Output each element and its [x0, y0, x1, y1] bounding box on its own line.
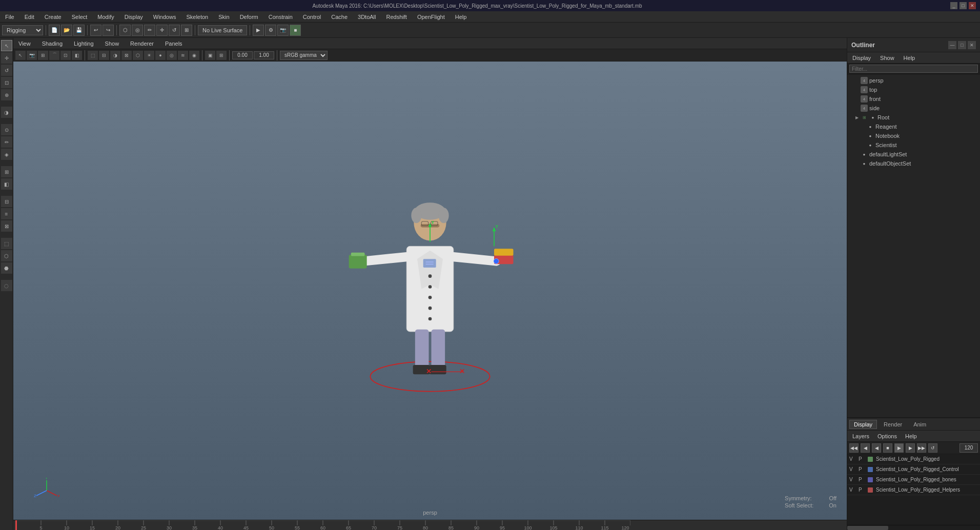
vp-camera-btn[interactable]: 📷: [27, 51, 37, 60]
vp-lighting-btn[interactable]: ☀: [144, 51, 154, 60]
menu-skeleton[interactable]: Skeleton: [184, 13, 210, 21]
move-tool-btn[interactable]: ✛: [1, 52, 12, 64]
viewport-timeline-ruler[interactable]: 5 10 15 20 25 30 35 40 45: [13, 520, 847, 530]
rotate-btn[interactable]: ↺: [169, 25, 180, 36]
outliner-menu-help[interactable]: Help: [902, 54, 917, 62]
tab-anim[interactable]: Anim: [909, 420, 931, 429]
minimize-button[interactable]: _: [950, 2, 957, 9]
layer-nav-prev[interactable]: ◀◀: [849, 443, 859, 453]
layer-menu-options[interactable]: Options: [875, 432, 899, 440]
menu-3dtoall[interactable]: 3DtoAll: [356, 13, 378, 21]
vp-snap-surface-btn[interactable]: ◧: [72, 51, 82, 60]
component-btn[interactable]: ⊠: [1, 220, 12, 232]
outliner-menu-show[interactable]: Show: [878, 54, 896, 62]
outliner-close-btn[interactable]: ✕: [968, 41, 976, 49]
menu-redshift[interactable]: Redshift: [384, 13, 409, 21]
layer-play-fwd[interactable]: ▶: [894, 443, 904, 453]
layer-rnd-3[interactable]: P: [859, 487, 866, 493]
soft-sel-btn[interactable]: ◑: [1, 107, 12, 118]
vp-motion-blur-btn[interactable]: ≋: [178, 51, 188, 60]
vp-snap-curve-btn[interactable]: ⌒: [49, 51, 59, 60]
channels-btn[interactable]: ≡: [1, 208, 12, 219]
mode-dropdown[interactable]: Rigging: [2, 25, 43, 35]
render-btn[interactable]: ▶: [253, 25, 264, 36]
layer-loop[interactable]: ↺: [928, 443, 937, 453]
menu-edit[interactable]: Edit: [23, 13, 36, 21]
menu-help[interactable]: Help: [453, 13, 469, 21]
tree-item-reagent[interactable]: ● Reagent: [847, 122, 980, 131]
sculpt-btn[interactable]: ◈: [1, 149, 12, 160]
menu-skin[interactable]: Skin: [216, 13, 231, 21]
vp-frame-sel-btn[interactable]: ⬚: [88, 51, 98, 60]
tree-item-front[interactable]: 4 front: [847, 94, 980, 104]
undo-button[interactable]: ↩: [90, 25, 101, 36]
layer-rnd-1[interactable]: P: [859, 466, 866, 472]
layer-vp-0[interactable]: V: [849, 456, 856, 462]
render-settings-btn[interactable]: ⚙: [265, 25, 276, 36]
tree-item-defaultlightset[interactable]: ● defaultLightSet: [847, 150, 980, 159]
menu-deform[interactable]: Deform: [238, 13, 260, 21]
vp-grid-btn[interactable]: ⊞: [216, 51, 227, 60]
vp-dof-btn[interactable]: ◉: [189, 51, 199, 60]
scale-tool-btn[interactable]: ⊡: [1, 77, 12, 88]
paint-effects-btn[interactable]: ✏: [1, 136, 12, 148]
tree-item-top[interactable]: 4 top: [847, 85, 980, 94]
tree-item-notebook[interactable]: ● Notebook: [847, 131, 980, 140]
tree-item-side[interactable]: 4 side: [847, 104, 980, 113]
layer-row-2[interactable]: V P Scientist_Low_Poly_Rigged_bones: [847, 475, 980, 485]
menu-windows[interactable]: Windows: [151, 13, 178, 21]
tab-display[interactable]: Display: [849, 420, 877, 429]
show-manip-btn[interactable]: ⊞: [1, 166, 12, 177]
tree-item-persp[interactable]: 4 persp: [847, 76, 980, 85]
set-driven-btn[interactable]: ⊟: [1, 196, 12, 207]
menu-control[interactable]: Control: [301, 13, 323, 21]
scale-btn[interactable]: ⊞: [181, 25, 192, 36]
expand-arrow-root[interactable]: ▶: [855, 115, 861, 120]
layer-menu-help[interactable]: Help: [903, 432, 919, 440]
menu-file[interactable]: File: [3, 13, 16, 21]
menu-select[interactable]: Select: [70, 13, 90, 21]
layer-row-0[interactable]: V P Scientist_Low_Poly_Rigged: [847, 454, 980, 464]
render-region-btn[interactable]: ⬚: [1, 238, 12, 249]
viewport-menu-panels[interactable]: Panels: [163, 39, 185, 48]
outliner-menu-display[interactable]: Display: [850, 54, 873, 62]
exposure-field[interactable]: [232, 51, 253, 59]
viewport-menu-lighting[interactable]: Lighting: [72, 39, 96, 48]
tree-item-root[interactable]: ▶ ⊞ ● Root: [847, 113, 980, 122]
vp-hud-btn[interactable]: ▣: [205, 51, 215, 60]
tree-item-scientist[interactable]: ● Scientist: [847, 140, 980, 150]
layer-vp-1[interactable]: V: [849, 466, 856, 472]
tab-render[interactable]: Render: [879, 420, 907, 429]
close-button[interactable]: ✕: [969, 2, 976, 9]
new-button[interactable]: 📄: [49, 25, 60, 36]
misc-tool-btn[interactable]: ◌: [1, 280, 12, 291]
lasso-tool-btn[interactable]: ⊙: [1, 124, 12, 135]
layer-nav-next-frame[interactable]: ▶: [906, 443, 915, 453]
menu-openflight[interactable]: OpenFlight: [415, 13, 447, 21]
viewport-menu-show[interactable]: Show: [103, 39, 121, 48]
vp-select-btn[interactable]: ↖: [15, 51, 26, 60]
node-editor-btn[interactable]: ⬣: [1, 262, 12, 274]
layer-play-back[interactable]: ◀: [872, 443, 881, 453]
vp-shadow-btn[interactable]: ●: [155, 51, 166, 60]
layer-nav-next[interactable]: ▶▶: [917, 443, 926, 453]
snap-btn[interactable]: ◧: [1, 178, 12, 190]
menu-cache[interactable]: Cache: [329, 13, 350, 21]
gamma-select[interactable]: sRGB gamma: [280, 51, 328, 60]
ipr-btn[interactable]: 📷: [277, 25, 289, 36]
hypergraph-btn[interactable]: ⬡: [1, 250, 12, 261]
vp-frame-all-btn[interactable]: ⊟: [99, 51, 109, 60]
maximize-button[interactable]: □: [959, 2, 967, 9]
viewport-menu-shading[interactable]: Shading: [40, 39, 65, 48]
lasso-btn[interactable]: ◎: [132, 25, 143, 36]
menu-constrain[interactable]: Constrain: [267, 13, 295, 21]
open-button[interactable]: 📂: [61, 25, 72, 36]
select-tool-btn[interactable]: ↖: [1, 40, 12, 51]
viewport-menu-renderer[interactable]: Renderer: [128, 39, 156, 48]
layer-rnd-0[interactable]: P: [859, 456, 866, 462]
vp-snap-point-btn[interactable]: ⊡: [60, 51, 71, 60]
outliner-search-input[interactable]: [849, 65, 978, 73]
tree-item-defaultobjectset[interactable]: ● defaultObjectSet: [847, 159, 980, 168]
bottom-panel-scrollbar[interactable]: [847, 525, 980, 530]
layer-row-1[interactable]: V P Scientist_Low_Poly_Rigged_Control: [847, 464, 980, 475]
